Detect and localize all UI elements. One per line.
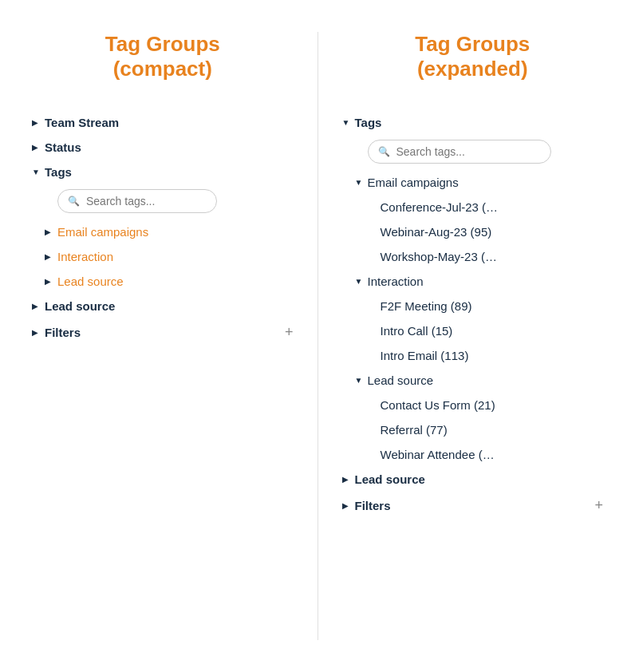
left-panel: Tag Groups(compact) Team StreamStatusTag…	[16, 32, 310, 640]
tree-item-workshop-may[interactable]: Workshop-May-23 (…	[342, 244, 604, 269]
tree-item-f2f[interactable]: F2F Meeting (89)	[342, 294, 604, 318]
arrow-filters	[32, 328, 45, 337]
label-email-campaigns: Email campaigns	[57, 225, 294, 239]
tree-item-lead-source-sub[interactable]: Lead source	[32, 269, 294, 294]
arrow-lead-source-r	[355, 376, 368, 385]
arrow-tags-r	[342, 118, 355, 127]
arrow-filters-r	[342, 501, 355, 510]
tree-item-intro-email[interactable]: Intro Email (113)	[342, 343, 604, 368]
arrow-email-campaigns-r	[355, 178, 368, 187]
tree-item-filters-r[interactable]: Filters+	[342, 492, 604, 520]
arrow-interaction-r	[355, 277, 368, 286]
tree-item-referral[interactable]: Referral (77)	[342, 417, 604, 442]
search-tags-r-wrapper: 🔍	[368, 140, 551, 164]
label-webinar-attendee: Webinar Attendee (…	[381, 448, 604, 461]
label-interaction-r: Interaction	[368, 275, 604, 288]
left-tree: Team StreamStatusTags🔍Email campaignsInt…	[32, 110, 294, 346]
label-webinar-aug: Webinar-Aug-23 (95)	[381, 225, 604, 239]
arrow-tags	[32, 168, 45, 176]
label-lead-source-top-r: Lead source	[355, 472, 604, 486]
arrow-email-campaigns	[45, 227, 57, 236]
label-intro-call: Intro Call (15)	[381, 324, 604, 338]
tree-item-tags[interactable]: Tags	[32, 160, 294, 184]
tree-item-contact-us[interactable]: Contact Us Form (21)	[342, 393, 604, 417]
search-icon: 🔍	[68, 196, 80, 207]
search-tags-r-input[interactable]	[396, 145, 541, 158]
label-email-campaigns-r: Email campaigns	[368, 176, 604, 189]
search-tags-wrapper: 🔍	[57, 189, 217, 213]
label-filters: Filters	[45, 326, 285, 339]
label-tags-r: Tags	[355, 116, 604, 129]
left-panel-title: Tag Groups(compact)	[32, 32, 294, 81]
arrow-lead-source-sub	[45, 277, 57, 286]
label-interaction: Interaction	[57, 250, 294, 263]
tree-item-tags-r[interactable]: Tags	[342, 110, 604, 135]
arrow-team-stream	[32, 118, 45, 127]
label-lead-source-sub: Lead source	[57, 275, 294, 288]
right-tree: Tags🔍Email campaignsConference-Jul-23 (……	[342, 110, 604, 520]
tree-item-interaction[interactable]: Interaction	[32, 244, 294, 269]
search-icon: 🔍	[378, 146, 390, 157]
label-conference: Conference-Jul-23 (…	[381, 200, 604, 214]
tree-item-email-campaigns-r[interactable]: Email campaigns	[342, 170, 604, 195]
tree-item-conference[interactable]: Conference-Jul-23 (…	[342, 195, 604, 219]
arrow-status	[32, 143, 45, 152]
tree-item-status[interactable]: Status	[32, 135, 294, 160]
label-tags: Tags	[45, 165, 294, 179]
label-intro-email: Intro Email (113)	[381, 349, 604, 362]
arrow-lead-source-top-r	[342, 475, 355, 484]
tree-item-webinar-aug[interactable]: Webinar-Aug-23 (95)	[342, 219, 604, 244]
label-workshop-may: Workshop-May-23 (…	[381, 250, 604, 263]
tree-item-lead-source-r[interactable]: Lead source	[342, 368, 604, 393]
panel-divider	[318, 32, 318, 640]
tree-item-lead-source[interactable]: Lead source	[32, 294, 294, 318]
label-lead-source-r: Lead source	[368, 374, 604, 387]
label-f2f: F2F Meeting (89)	[381, 299, 604, 313]
tree-item-webinar-attendee[interactable]: Webinar Attendee (…	[342, 442, 604, 467]
plus-icon-filters-r[interactable]: +	[594, 497, 603, 514]
tree-item-lead-source-top-r[interactable]: Lead source	[342, 467, 604, 492]
tree-item-team-stream[interactable]: Team Stream	[32, 110, 294, 135]
label-status: Status	[45, 140, 294, 154]
right-panel: Tag Groups(expanded) Tags🔍Email campaign…	[326, 32, 620, 640]
plus-icon-filters[interactable]: +	[285, 324, 294, 341]
tree-item-intro-call[interactable]: Intro Call (15)	[342, 318, 604, 343]
label-referral: Referral (77)	[381, 423, 604, 437]
label-lead-source: Lead source	[45, 299, 294, 313]
arrow-interaction	[45, 252, 57, 261]
search-tags-input[interactable]	[86, 195, 207, 208]
arrow-lead-source	[32, 302, 45, 310]
right-panel-title: Tag Groups(expanded)	[342, 32, 604, 81]
label-contact-us: Contact Us Form (21)	[381, 398, 604, 412]
label-team-stream: Team Stream	[45, 116, 294, 129]
tree-item-filters[interactable]: Filters+	[32, 318, 294, 346]
tree-item-interaction-r[interactable]: Interaction	[342, 269, 604, 294]
tree-item-email-campaigns[interactable]: Email campaigns	[32, 219, 294, 244]
label-filters-r: Filters	[355, 499, 595, 512]
